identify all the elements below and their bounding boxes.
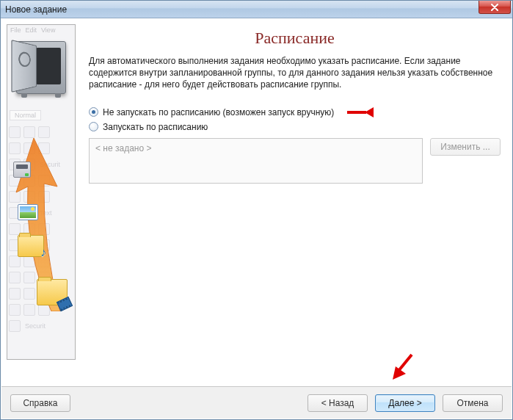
fake-menu-item: File — [10, 26, 21, 34]
fake-tab: Normal — [10, 110, 41, 120]
cancel-button[interactable]: Отмена — [443, 394, 503, 412]
drive-icon — [13, 162, 31, 178]
music-folder-icon: ♪ — [18, 235, 44, 257]
window-title: Новое задание — [5, 4, 67, 15]
titlebar: Новое задание — [1, 1, 512, 18]
sidebar-illustration: File Edit View Normal Securit Text — [7, 24, 76, 360]
page-description: Для автоматического выполнения задания н… — [89, 55, 498, 91]
radio-no-schedule-row[interactable]: Не запускать по расписанию (возможен зап… — [89, 107, 502, 117]
radio-no-schedule[interactable] — [89, 107, 98, 117]
wizard-button-bar: Справка < Назад Далее > Отмена — [1, 386, 512, 419]
close-icon — [490, 4, 499, 11]
wizard-main: Расписание Для автоматического выполнени… — [81, 18, 512, 385]
photo-icon — [18, 204, 38, 220]
schedule-summary-text: < не задано > — [95, 143, 151, 153]
wizard-sidebar: File Edit View Normal Securit Text — [1, 18, 81, 385]
safe-icon — [16, 41, 66, 100]
next-button[interactable]: Далее > — [375, 394, 435, 412]
schedule-summary-box: < не задано > — [89, 138, 423, 184]
radio-no-schedule-label: Не запускать по расписанию (возможен зап… — [103, 107, 334, 117]
back-button[interactable]: < Назад — [308, 394, 368, 412]
fake-menu-item: Edit — [26, 26, 37, 34]
change-schedule-button[interactable]: Изменить ... — [430, 138, 501, 156]
help-button[interactable]: Справка — [10, 394, 70, 412]
close-button[interactable] — [479, 1, 511, 14]
radio-use-schedule-label: Запускать по расписанию — [103, 122, 208, 132]
radio-use-schedule-row[interactable]: Запускать по расписанию — [89, 122, 502, 132]
page-title: Расписание — [87, 29, 502, 48]
video-folder-icon — [37, 279, 68, 305]
fake-menu-item: View — [41, 26, 55, 34]
radio-use-schedule[interactable] — [89, 122, 98, 131]
annotation-arrow-left-icon — [344, 108, 374, 117]
